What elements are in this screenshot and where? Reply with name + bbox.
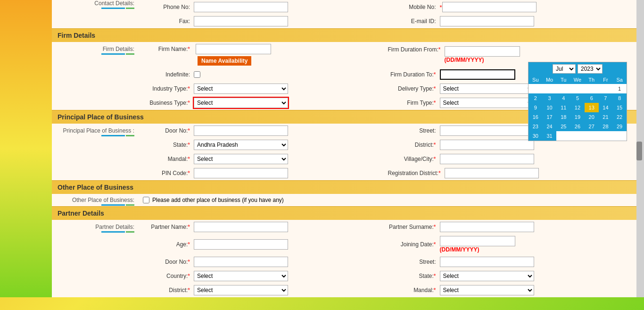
village-city-input[interactable] xyxy=(440,154,534,164)
cal-day-27[interactable]: 27 xyxy=(585,122,599,131)
contact-details-label: Contact Details: xyxy=(52,0,134,7)
joining-date-label: Joining Date:* xyxy=(388,241,440,248)
partner-street-label: Street: xyxy=(388,259,440,265)
indefinite-checkbox[interactable] xyxy=(194,71,200,78)
fax-label: Fax: xyxy=(142,18,194,25)
cal-day-9[interactable]: 9 xyxy=(528,103,543,112)
state-label: State:* xyxy=(142,142,194,148)
cal-day-11[interactable]: 11 xyxy=(556,103,570,112)
underline-green xyxy=(126,8,134,9)
scrollbar-thumb[interactable] xyxy=(636,142,642,160)
reg-district-input[interactable] xyxy=(445,168,539,178)
reg-district-label: Registration District:* xyxy=(388,170,445,176)
cal-day-6[interactable]: 6 xyxy=(585,93,599,103)
partner-name-input[interactable] xyxy=(194,222,288,232)
partner-country-label: Country:* xyxy=(142,273,194,279)
door-no-input[interactable] xyxy=(194,126,288,136)
indefinite-label: Indefinite: xyxy=(142,71,194,78)
business-type-select[interactable]: Select Option1 xyxy=(194,98,288,108)
cal-day-29[interactable]: 29 xyxy=(612,122,627,131)
cal-day-22[interactable]: 22 xyxy=(612,112,627,122)
partner-street-input[interactable] xyxy=(440,257,534,267)
cal-day-19[interactable]: 19 xyxy=(570,112,585,122)
cal-day-30[interactable]: 30 xyxy=(528,131,543,141)
cal-day-24[interactable]: 24 xyxy=(543,122,557,131)
cal-day-25[interactable]: 25 xyxy=(556,122,570,131)
partner-mandal-label: Mandal:* xyxy=(388,287,440,293)
pin-code-input[interactable] xyxy=(194,168,288,178)
name-availability-button[interactable]: Name Availability xyxy=(198,56,251,66)
cal-day-17[interactable]: 17 xyxy=(543,112,557,122)
op-underline-blue xyxy=(101,204,125,206)
cal-day-21[interactable]: 21 xyxy=(599,112,613,122)
age-label: Age:* xyxy=(142,241,194,248)
industry-type-label: Industry Type:* xyxy=(142,85,194,92)
district-input[interactable] xyxy=(440,140,534,150)
cal-day-7[interactable]: 7 xyxy=(599,93,613,103)
cal-day-5[interactable]: 5 xyxy=(570,93,585,103)
partner-door-no-input[interactable] xyxy=(194,257,288,267)
email-label: E-mail ID: xyxy=(388,18,440,25)
cal-day-28[interactable]: 28 xyxy=(599,122,613,131)
cal-day-23[interactable]: 23 xyxy=(528,122,543,131)
cal-day-16[interactable]: 16 xyxy=(528,112,543,122)
partner-details-label-area: Partner Details: xyxy=(52,220,139,297)
delivery-type-select[interactable]: Select xyxy=(440,84,534,94)
other-place-checkbox-row: Please add other place of business (if y… xyxy=(139,194,288,206)
cal-day-14[interactable]: 14 xyxy=(599,103,613,112)
partner-country-select[interactable]: Select India USA xyxy=(194,271,288,281)
district-label: District:* xyxy=(388,142,440,148)
door-no-label: Door No:* xyxy=(142,127,194,134)
state-select[interactable]: Andhra Pradesh Telangana Tamil Nadu xyxy=(194,140,288,150)
cal-day-12[interactable]: 12 xyxy=(570,103,585,112)
firm-duration-to-input[interactable] xyxy=(440,69,515,80)
mandal-select[interactable]: Select Option1 xyxy=(194,154,288,164)
mobile-label: Mobile No: xyxy=(388,4,440,10)
firm-type-label: Firm Type:* xyxy=(388,100,440,106)
calendar: JanFebMarApr MayJunJulAug SepOctNovDec 2… xyxy=(528,62,627,141)
partner-district-select[interactable]: Select Option1 xyxy=(194,285,288,295)
email-input[interactable] xyxy=(440,16,534,26)
calendar-year-select[interactable]: 202020212022 20232024 xyxy=(578,64,603,74)
phone-input[interactable] xyxy=(194,2,288,12)
other-place-checkbox[interactable] xyxy=(143,197,149,203)
cal-day-15[interactable]: 15 xyxy=(612,103,627,112)
street-input[interactable] xyxy=(440,126,534,136)
fax-input[interactable] xyxy=(194,16,288,26)
joining-date-input[interactable] xyxy=(440,236,515,246)
cal-day-3[interactable]: 3 xyxy=(543,93,557,103)
cal-day-4[interactable]: 4 xyxy=(556,93,570,103)
firm-duration-from-input[interactable] xyxy=(445,46,520,57)
mobile-input[interactable] xyxy=(442,2,537,12)
firm-type-select[interactable]: Select xyxy=(440,98,534,108)
phone-label: Phone No: xyxy=(142,4,194,10)
cal-day-2[interactable]: 2 xyxy=(528,93,543,103)
right-scrollbar[interactable] xyxy=(636,0,644,297)
cal-day-18[interactable]: 18 xyxy=(556,112,570,122)
calendar-month-select[interactable]: JanFebMarApr MayJunJulAug SepOctNovDec xyxy=(553,64,576,74)
age-input[interactable] xyxy=(194,239,288,250)
industry-type-select[interactable]: Select Option1 Option2 xyxy=(194,84,288,94)
cal-day-10[interactable]: 10 xyxy=(543,103,557,112)
cal-day-20[interactable]: 20 xyxy=(585,112,599,122)
firm-name-label: Firm Name:* xyxy=(142,46,194,52)
partner-surname-label: Partner Surname:* xyxy=(388,224,440,230)
partner-state-select[interactable]: Select Andhra Pradesh xyxy=(440,271,534,281)
cal-day-8[interactable]: 8 xyxy=(612,93,627,103)
village-city-label: Village/City:* xyxy=(388,156,440,162)
calendar-days-header: Su Mo Tu We Th Fr Sa xyxy=(528,75,627,84)
pd-underline-blue xyxy=(101,231,125,233)
principal-place-label-area: Principal Place of Business : xyxy=(52,124,139,180)
cal-day-13[interactable]: 13 xyxy=(585,103,599,112)
joining-date-format: (DD/MM/YYYY) xyxy=(440,246,515,253)
calendar-grid: 1 2 3 4 5 6 7 8 9 10 11 12 13 xyxy=(528,84,627,141)
partner-surname-input[interactable] xyxy=(440,222,534,232)
cal-day-1[interactable]: 1 xyxy=(612,84,627,93)
delivery-type-label: Delivery Type:* xyxy=(388,85,440,92)
partner-mandal-select[interactable]: Select Option1 xyxy=(440,285,534,295)
cal-day-26[interactable]: 26 xyxy=(570,122,585,131)
cal-day-31[interactable]: 31 xyxy=(543,131,557,141)
main-content: Contact Details: Phone No: Mobile No: xyxy=(52,0,636,297)
mandal-label: Mandal:* xyxy=(142,156,194,162)
firm-name-input[interactable] xyxy=(196,44,271,54)
